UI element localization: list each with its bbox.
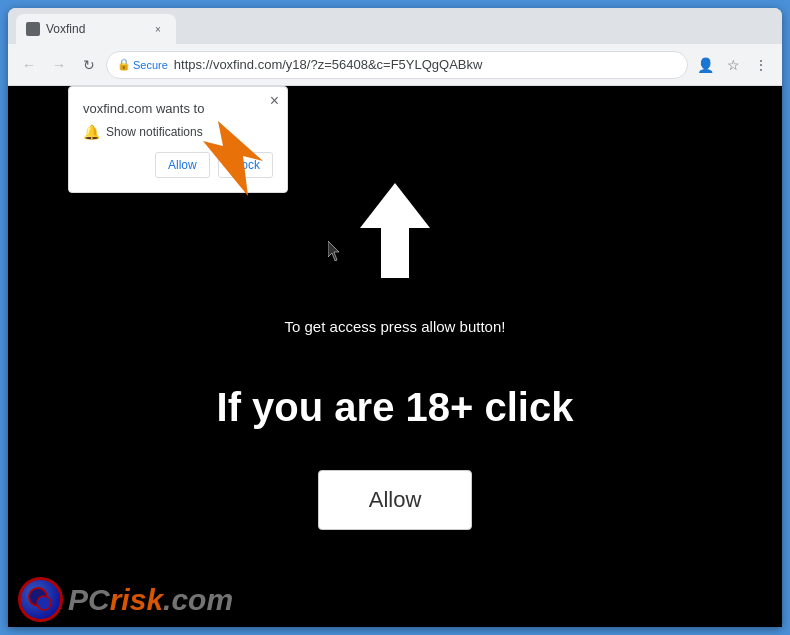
cursor bbox=[328, 241, 340, 259]
notification-popup: × voxfind.com wants to 🔔 Show notificati… bbox=[68, 86, 288, 193]
popup-notification-text: Show notifications bbox=[106, 125, 203, 139]
url-bar[interactable]: 🔒 Secure https://voxfind.com/y18/?z=5640… bbox=[106, 51, 688, 79]
toolbar-right: 👤 ☆ ⋮ bbox=[692, 52, 774, 78]
up-arrow-container: To get access press allow button! If you… bbox=[217, 183, 574, 530]
arrow-head bbox=[360, 183, 430, 228]
popup-title: voxfind.com wants to bbox=[83, 101, 273, 116]
tab-close-button[interactable]: × bbox=[150, 21, 166, 37]
tab-bar: Voxfind × bbox=[8, 8, 782, 44]
address-bar: ← → ↻ 🔒 Secure https://voxfind.com/y18/?… bbox=[8, 44, 782, 86]
browser-window: Voxfind × ← → ↻ 🔒 Secure https://voxfind… bbox=[8, 8, 782, 627]
watermark-logo bbox=[18, 577, 63, 622]
page-allow-button[interactable]: Allow bbox=[318, 470, 473, 530]
bookmark-button[interactable]: ☆ bbox=[720, 52, 746, 78]
secure-icon: 🔒 Secure bbox=[117, 58, 168, 71]
popup-block-button[interactable]: Block bbox=[218, 152, 273, 178]
svg-point-3 bbox=[37, 596, 51, 610]
arrow-body bbox=[381, 228, 409, 278]
popup-close-button[interactable]: × bbox=[270, 93, 279, 109]
back-button[interactable]: ← bbox=[16, 52, 42, 78]
watermark: PCrisk.com bbox=[18, 577, 233, 622]
svg-marker-1 bbox=[328, 241, 339, 261]
page-content: × voxfind.com wants to 🔔 Show notificati… bbox=[8, 86, 782, 627]
watermark-risk: risk bbox=[110, 583, 163, 616]
profile-button[interactable]: 👤 bbox=[692, 52, 718, 78]
popup-notification-row: 🔔 Show notifications bbox=[83, 124, 273, 140]
popup-allow-button[interactable]: Allow bbox=[155, 152, 210, 178]
refresh-button[interactable]: ↻ bbox=[76, 52, 102, 78]
menu-button[interactable]: ⋮ bbox=[748, 52, 774, 78]
bell-icon: 🔔 bbox=[83, 124, 100, 140]
url-text: https://voxfind.com/y18/?z=56408&c=F5YLQ… bbox=[174, 57, 677, 72]
browser-tab[interactable]: Voxfind × bbox=[16, 14, 176, 44]
page-sub-text: To get access press allow button! bbox=[285, 318, 506, 335]
tab-favicon bbox=[26, 22, 40, 36]
up-arrow-shape bbox=[360, 183, 430, 278]
page-main-text: If you are 18+ click bbox=[217, 385, 574, 430]
watermark-com: .com bbox=[163, 583, 233, 616]
watermark-pc: PC bbox=[68, 583, 110, 616]
popup-buttons: Allow Block bbox=[83, 152, 273, 178]
tab-title: Voxfind bbox=[46, 22, 144, 36]
forward-button[interactable]: → bbox=[46, 52, 72, 78]
watermark-text: PCrisk.com bbox=[68, 583, 233, 617]
